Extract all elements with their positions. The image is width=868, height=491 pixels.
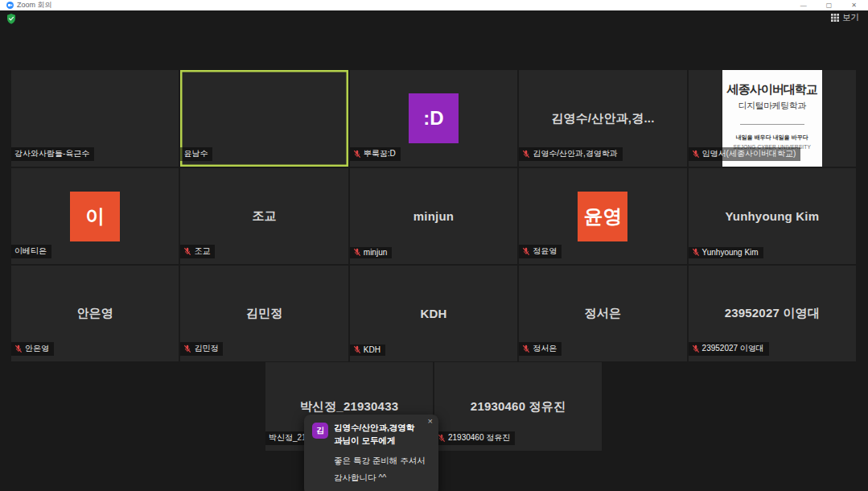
participant-name-tag: 조교 [180,245,215,258]
mic-muted-icon [353,150,361,159]
participant-name-tag: KDH [350,345,385,356]
participant-name-tag: 윤남수 [180,147,212,161]
participant-name-tag: 정서은 [519,342,562,356]
participant-name-label: 21930460 정유진 [448,432,510,444]
participant-tile[interactable]: :D 뿌룩꿈:D [350,70,517,167]
participant-name-label: 23952027 이영대 [702,343,764,354]
participant-name-label: minjun [364,248,387,257]
participant-name-tag: Yunhyoung Kim [689,247,763,258]
participant-name-label: 윤남수 [183,148,208,159]
participant-name-tag: 김민정 [180,342,223,356]
mic-muted-icon [692,150,700,159]
participant-tile[interactable]: 윤영 정윤영 [519,168,686,264]
window-controls: — ▢ ✕ [800,0,862,10]
participant-name-tag: 이베티은 [11,245,51,258]
participant-name-tag: 정윤영 [519,245,562,258]
mic-muted-icon [183,345,191,353]
chat-notification-popup[interactable]: × 김 김영수/산안과,경영학과님이 모두에게 좋은 특강 준비해 주셔서 감사… [304,415,438,491]
mic-muted-icon [692,345,700,353]
chat-sender-avatar: 김 [312,423,328,439]
slide-department-name: 디지털마케팅학과 [738,100,806,112]
participant-name-tag: minjun [350,247,392,258]
zoom-meeting-window: Zoom 회의 — ▢ ✕ 보기 [0,0,868,491]
participant-tile[interactable]: Yunhyoung Kim Yunhyoung Kim [689,168,856,264]
participant-avatar: 윤영 [578,192,627,241]
participant-tile[interactable]: 강사와사람들-육근수 [11,70,179,167]
participant-name-tag: 임명서(세종사이버대학교) [689,147,801,161]
meeting-security-shield-icon[interactable] [6,13,16,27]
participant-name-tag: 21930460 정유진 [434,431,515,445]
participant-name-tag: 김영수/산안과,경영학과 [519,147,623,161]
participant-tile[interactable]: minjun minjun [350,168,517,264]
mic-muted-icon [692,248,700,257]
participant-tile[interactable]: 21930460 정유진 21930460 정유진 [434,362,602,451]
titlebar: Zoom 회의 — ▢ ✕ [0,0,868,10]
mic-muted-icon [14,345,23,353]
maximize-button[interactable]: ▢ [826,0,833,10]
participant-name-label: 강사와사람들-육근수 [14,148,89,159]
meeting-area: 보기 강사와사람들-육근수 [0,10,868,491]
window-title: Zoom 회의 [17,0,52,10]
participant-name-label: 안은영 [25,343,49,354]
popup-close-icon[interactable]: × [428,416,433,426]
popup-header: 김 김영수/산안과,경영학과님이 모두에게 [312,422,430,448]
mic-muted-icon [522,345,530,353]
mic-muted-icon [353,248,361,257]
zoom-app-icon [6,2,14,9]
participant-tile[interactable]: 안은영 안은영 [11,266,179,361]
participant-grid: 강사와사람들-육근수 윤남수 :D [11,70,856,361]
mic-muted-icon [438,434,446,443]
participant-tile[interactable]: 김영수/산안과,경... 김영수/산안과,경영학과 [519,70,686,167]
participant-name-tag: 23952027 이영대 [689,342,769,356]
chat-message-text: 좋은 특강 준비해 주셔서 감사합니다 ^^ [334,452,430,486]
participant-tile[interactable]: 윤남수 [180,70,348,167]
mic-muted-icon [353,345,361,354]
participant-tile[interactable]: 정서은 정서은 [519,266,686,361]
participant-name-label: KDH [364,345,381,354]
gallery-grid-icon [831,14,839,22]
mic-muted-icon [522,247,530,256]
participant-avatar: :D [409,93,459,143]
participant-tile[interactable]: 조교 조교 [180,168,348,264]
slide-divider [740,124,804,125]
participant-name-tag: 뿌룩꿈:D [350,147,401,161]
participant-name-label: 정서은 [533,343,557,354]
mic-muted-icon [522,150,530,159]
slide-slogan: 내일을 배우다 내일을 바꾸다 [736,134,808,142]
participant-name-label: 이베티은 [14,246,47,257]
close-button[interactable]: ✕ [851,0,857,10]
participant-name-tag: 안은영 [11,342,54,356]
participant-name-label: 뿌룩꿈:D [364,148,396,159]
participant-name-tag: 강사와사람들-육근수 [11,147,94,161]
participant-tile[interactable]: KDH KDH [350,266,517,361]
participant-name-label: 임명서(세종사이버대학교) [702,148,796,159]
participant-tile[interactable]: 23952027 이영대 23952027 이영대 [689,266,856,361]
participant-name-label: Yunhyoung Kim [702,248,759,257]
mic-muted-icon [183,247,191,256]
minimize-button[interactable]: — [800,0,807,10]
participant-tile[interactable]: 김민정 김민정 [180,266,348,361]
participant-name-label: 조교 [194,246,210,257]
participant-name-label: 정윤영 [533,246,557,257]
view-button-label: 보기 [842,12,859,23]
participant-avatar: 이 [70,192,120,241]
participant-tile[interactable]: 이 이베티은 [11,168,179,264]
slide-university-name: 세종사이버대학교 [727,82,817,97]
participant-name-label: 김민정 [194,343,218,354]
participant-tile[interactable]: 세종사이버대학교 디지털마케팅학과 내일을 배우다 내일을 바꾸다 SEJONG… [689,70,856,167]
view-button[interactable]: 보기 [831,12,859,23]
chat-sender-line: 김영수/산안과,경영학과님이 모두에게 [334,422,430,448]
participant-name-label: 김영수/산안과,경영학과 [533,148,618,159]
